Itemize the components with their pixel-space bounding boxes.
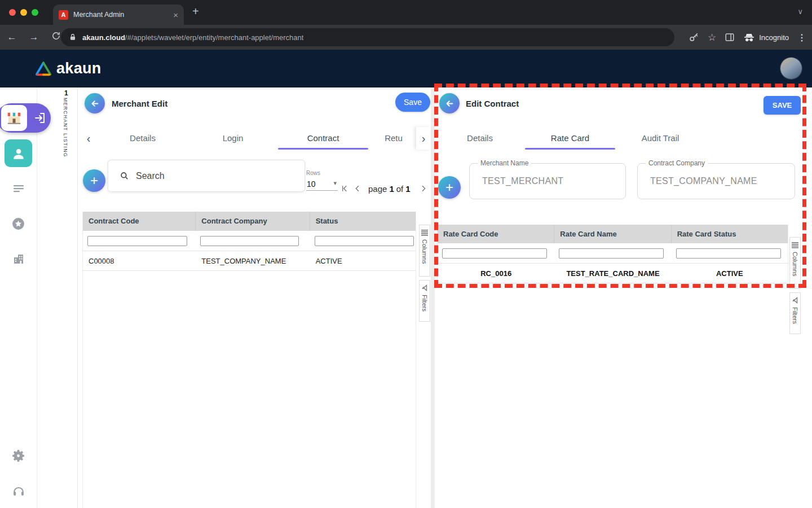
sidebar-item-settings[interactable]	[0, 449, 37, 463]
columns-icon	[421, 229, 428, 236]
user-avatar[interactable]	[780, 58, 802, 79]
browser-tabstrip: A Merchant Admin × + ∨	[0, 0, 812, 25]
sidebar-item-merchant-active[interactable]	[5, 139, 32, 167]
sidebar-item-list[interactable]	[0, 182, 37, 195]
tab-details[interactable]: Details	[98, 127, 188, 150]
columns-side-tab[interactable]: Columns	[419, 225, 430, 277]
headset-icon	[12, 484, 25, 498]
filters-side-tab[interactable]: Filters	[419, 280, 430, 322]
brand-name: akaun	[56, 60, 102, 77]
incognito-icon	[743, 32, 755, 43]
header-rate-card-name[interactable]: Rate Card Name	[554, 225, 671, 243]
sidebar-item-merchant-listing[interactable]	[0, 103, 51, 133]
app-sidebar	[0, 87, 37, 508]
page-total: 1	[405, 184, 410, 194]
filters-side-tab-label: Filters	[792, 307, 798, 324]
tab-audit-trail[interactable]: Audit Trail	[615, 127, 705, 150]
rows-per-page-select[interactable]: 10 ▾	[306, 178, 338, 191]
toolbar-actions: ☆ Incognito ⋮	[689, 25, 806, 50]
tab-returns-clipped[interactable]: Retu	[371, 127, 416, 150]
contract-table-header: Contract Code Contract Company Status	[83, 212, 416, 231]
sidebar-item-favorites[interactable]	[0, 217, 37, 231]
search-input[interactable]	[135, 170, 304, 182]
filter-input-rate-card-code[interactable]	[442, 248, 547, 259]
cell-contract-company: TEST_COMPANY_NAME	[196, 257, 310, 265]
filter-funnel-icon	[792, 297, 798, 304]
back-button[interactable]: ←	[6, 32, 18, 43]
contract-company-value: TEST_COMPANY_NAME	[650, 164, 757, 199]
lock-icon	[69, 33, 77, 41]
header-status[interactable]: Status	[310, 212, 416, 231]
brand-logo[interactable]: akaun	[35, 50, 102, 87]
rate-card-table-row[interactable]: RC_0016 TEST_RATE_CARD_NAME ACTIVE	[438, 264, 788, 283]
new-tab-button[interactable]: +	[192, 5, 199, 18]
columns-side-tab[interactable]: Columns	[789, 237, 801, 289]
merchant-name-field[interactable]: Merchant Name TEST_MERCHANT	[469, 163, 626, 199]
add-contract-button[interactable]: +	[83, 169, 105, 192]
contract-save-button[interactable]: SAVE	[764, 96, 801, 115]
building-icon	[12, 252, 25, 266]
gear-icon	[11, 449, 25, 463]
rows-label: Rows	[306, 170, 320, 176]
side-panel-icon[interactable]	[725, 32, 735, 42]
contract-table-row[interactable]: C00008 TEST_COMPANY_NAME ACTIVE	[83, 251, 416, 271]
minimize-window-button[interactable]	[20, 9, 27, 16]
filter-input-rate-card-name[interactable]	[559, 248, 664, 259]
tab-contract[interactable]: Contract	[278, 127, 368, 150]
columns-icon	[792, 242, 798, 248]
header-rate-card-status[interactable]: Rate Card Status	[672, 225, 788, 243]
tabs-scroll-left-icon[interactable]: ‹	[82, 127, 95, 150]
close-window-button[interactable]	[9, 9, 16, 16]
merchant-save-button[interactable]: Save	[395, 93, 430, 112]
reload-button[interactable]	[50, 31, 62, 43]
filter-input-contract-code[interactable]	[87, 236, 187, 246]
password-key-icon[interactable]	[689, 32, 699, 43]
rows-value: 10	[307, 179, 316, 189]
header-contract-company[interactable]: Contract Company	[196, 212, 310, 231]
columns-side-tab-label: Columns	[792, 252, 798, 276]
tab-search-chevron-icon[interactable]: ∨	[797, 7, 803, 16]
bookmark-star-icon[interactable]: ☆	[708, 32, 716, 43]
cell-rate-card-status: ACTIVE	[672, 269, 788, 278]
columns-side-tab-label: Columns	[421, 239, 428, 264]
header-contract-code[interactable]: Contract Code	[83, 212, 196, 231]
list-icon	[12, 182, 25, 195]
filter-input-contract-company[interactable]	[200, 236, 299, 246]
sidebar-item-support[interactable]	[0, 484, 37, 498]
applet-label-strip	[37, 87, 77, 508]
edit-contract-back-button[interactable]	[439, 93, 460, 113]
filter-input-rate-card-status[interactable]	[676, 248, 781, 259]
address-bar[interactable]: akaun.cloud/#/applets/wavelet/erp/entity…	[61, 28, 674, 46]
page-indicator: page1of1	[368, 184, 413, 194]
merchant-edit-back-button[interactable]	[85, 93, 105, 113]
first-page-icon[interactable]	[339, 182, 350, 195]
tab-contract-details[interactable]: Details	[435, 127, 525, 150]
star-circle-icon	[11, 217, 25, 231]
merchant-edit-title: Merchant Edit	[112, 99, 167, 108]
next-page-icon[interactable]	[418, 182, 429, 195]
tab-close-icon[interactable]: ×	[173, 10, 178, 20]
filters-side-tab[interactable]: Filters	[789, 292, 801, 334]
tabs-scroll-right-icon[interactable]: ›	[416, 127, 431, 150]
forward-button[interactable]: →	[28, 32, 40, 43]
person-icon	[11, 146, 26, 161]
tab-rate-card[interactable]: Rate Card	[525, 127, 615, 150]
rate-card-table-header: Rate Card Code Rate Card Name Rate Card …	[438, 225, 788, 243]
add-rate-card-button[interactable]: +	[438, 176, 461, 199]
filter-funnel-icon	[421, 284, 428, 291]
zoom-window-button[interactable]	[32, 9, 38, 16]
tab-login[interactable]: Login	[188, 127, 278, 150]
filter-input-status[interactable]	[315, 236, 414, 246]
browser-menu-icon[interactable]: ⋮	[797, 32, 806, 43]
contract-company-field[interactable]: Contract Company TEST_COMPANY_NAME	[637, 163, 795, 199]
rate-card-filter-row	[438, 243, 788, 264]
prev-page-icon[interactable]	[352, 182, 363, 195]
header-rate-card-code[interactable]: Rate Card Code	[438, 225, 554, 243]
applet-vertical-label: MERCHANT LISTING	[63, 98, 68, 157]
sidebar-item-organization[interactable]	[0, 252, 37, 266]
browser-tab[interactable]: A Merchant Admin ×	[53, 5, 184, 25]
pagination: page1of1	[339, 181, 442, 196]
url-text: akaun.cloud/#/applets/wavelet/erp/entity…	[82, 33, 303, 42]
active-tab-underline	[525, 148, 615, 150]
incognito-label: Incognito	[759, 33, 789, 42]
